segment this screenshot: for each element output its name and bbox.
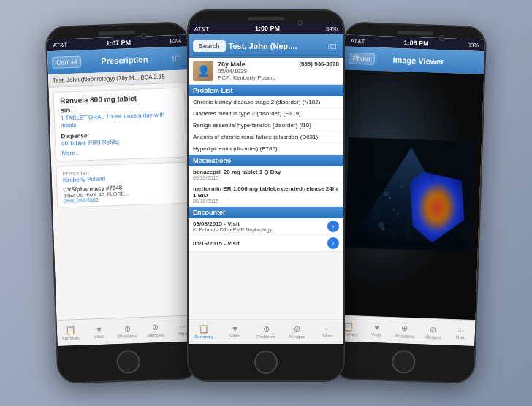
patient-bar-text-left: Test, John (Nephrology) (76y M... BSA 2.…: [53, 74, 165, 84]
camera-center: [297, 20, 303, 26]
more-icon-right: ···: [457, 326, 465, 334]
medications-header: Medications: [189, 155, 343, 166]
tab-bar-center: 📋Summary ♥Vitals ⊕Problems ⊘Allergies ··…: [189, 318, 343, 344]
status-bar-center: AT&T 1:00 PM 84%: [189, 23, 343, 34]
share-icon-center[interactable]: ↑□: [324, 41, 339, 51]
battery-left: 83%: [170, 37, 181, 45]
battery-center: 84%: [326, 26, 338, 32]
allergies-icon-center: ⊘: [294, 324, 300, 334]
patient-details: 76y Male (555) 536-3978 05/04/1939 PCP: …: [218, 61, 339, 81]
summary-icon-right: 📋: [343, 321, 354, 331]
problems-icon-left: ⊕: [123, 323, 130, 333]
time-center: 1:00 PM: [255, 25, 280, 32]
image-viewer[interactable]: [335, 69, 484, 319]
tab-vitals-right[interactable]: ♥Vitals: [362, 317, 392, 343]
more-icon-center: ···: [324, 324, 331, 333]
speaker-left: [99, 31, 135, 36]
phone-bottom-right: [333, 341, 475, 383]
phone-bottom-center: [189, 344, 343, 380]
tab-problems-center[interactable]: ⊕Problems: [251, 318, 281, 344]
carrier-right: AT&T: [351, 37, 365, 45]
phone-right: AT&T 1:06 PM 83% Photo Image Viewer: [332, 21, 487, 384]
vitals-icon-center: ♥: [232, 324, 238, 333]
vitals-icon-left: ♥: [96, 325, 102, 334]
ultrasound-image: [343, 88, 476, 301]
ultrasound-fan-svg: [343, 88, 476, 301]
search-button[interactable]: Search: [193, 40, 226, 52]
encounter-header: Encounter: [189, 207, 343, 218]
summary-icon-center: 📋: [199, 324, 209, 334]
time-right: 1:06 PM: [403, 39, 428, 47]
phone-center: AT&T 1:00 PM 84% Search Test, John (Nep.…: [187, 9, 345, 382]
patient-avatar: 👤: [193, 61, 213, 81]
home-button-right[interactable]: [392, 350, 416, 374]
drug-name: Renvela 800 mg tablet: [60, 93, 178, 105]
med-item-1: benazepril 20 mg tablet 1 Q Day 05/16/20…: [189, 166, 343, 183]
sig-text: 1 TABLET ORAL Three times a day with mea…: [61, 111, 180, 130]
encounter-item-1: 08/08/2015 - Visit K. Poland - OfficeEMR…: [189, 218, 343, 235]
nav-title-center: Test, John (Nep....: [229, 42, 321, 50]
screen-center: AT&T 1:00 PM 84% Search Test, John (Nep.…: [189, 23, 343, 344]
carrier-center: AT&T: [194, 26, 209, 32]
speaker-center: [248, 17, 284, 20]
time-left: 1:07 PM: [106, 39, 131, 47]
home-button-center[interactable]: [254, 351, 278, 374]
problem-item-1: Chronic kidney disease stage 2 (disorder…: [189, 96, 343, 108]
tab-problems-right[interactable]: ⊕Problems: [390, 318, 419, 344]
med-item-2: metformin ER 1,000 mg tablet,extended re…: [189, 183, 343, 207]
phone-bottom-left: [58, 341, 200, 383]
prescriber-card: Prescriber Kimberly Poland CVS/pharmacy …: [56, 161, 189, 207]
tab-more-right[interactable]: ···More: [446, 320, 476, 346]
speaker-right: [397, 31, 433, 36]
patient-pcp: PCP: Kimberly Poland: [218, 74, 339, 81]
nav-title-right: Image Viewer: [374, 55, 463, 66]
ultrasound-background: [335, 69, 484, 319]
tab-summary-center[interactable]: 📋Summary: [189, 318, 219, 344]
problem-item-4: Anemia of chronic renal failure (disorde…: [189, 131, 343, 143]
allergies-icon-right: ⊘: [430, 324, 436, 334]
allergies-icon-left: ⊘: [152, 323, 159, 332]
rx-card: Renvela 800 mg tablet SIG: 1 TABLET ORAL…: [53, 88, 187, 162]
carrier-left: AT&T: [53, 42, 67, 49]
home-button-left[interactable]: [116, 350, 140, 374]
tab-allergies-center[interactable]: ⊘Allergies: [281, 318, 312, 344]
encounter-arrow-1[interactable]: ›: [327, 221, 339, 232]
problems-icon-center: ⊕: [263, 324, 270, 334]
problem-item-3: Benign essential hypertension (disorder)…: [189, 120, 343, 131]
content-left: Renvela 800 mg tablet SIG: 1 TABLET ORAL…: [48, 83, 197, 320]
problem-item-5: Hyperlipidemia (disorder) (E785): [189, 143, 343, 155]
tab-vitals-center[interactable]: ♥Vitals: [219, 318, 250, 344]
share-icon-left[interactable]: ↑□: [168, 53, 184, 64]
tab-summary-left[interactable]: 📋Summary: [57, 320, 86, 346]
tab-more-center[interactable]: ···More: [313, 318, 343, 344]
patient-dob: 05/04/1939: [218, 68, 339, 74]
encounter-arrow-2[interactable]: ›: [327, 237, 339, 249]
screen-left: AT&T 1:07 PM 83% Cancel Prescription ↑□ …: [47, 34, 198, 345]
scene: AT&T 1:07 PM 83% Cancel Prescription ↑□ …: [0, 0, 532, 406]
tab-allergies-right[interactable]: ⊘Allergies: [418, 318, 447, 345]
nav-title-left: Prescription: [81, 54, 168, 66]
search-nav-center: Search Test, John (Nep.... ↑□: [189, 34, 343, 58]
more-icon-left: ···: [180, 322, 187, 331]
more-link[interactable]: More...: [61, 146, 180, 157]
tab-vitals-left[interactable]: ♥Vitals: [85, 318, 114, 345]
tab-allergies-left[interactable]: ⊘Allergies: [141, 317, 170, 343]
vitals-icon-right: ♥: [374, 323, 379, 332]
problems-icon-right: ⊕: [401, 323, 408, 333]
battery-right: 83%: [467, 42, 479, 49]
photo-button[interactable]: Photo: [349, 53, 375, 65]
summary-icon-left: 📋: [66, 325, 76, 334]
phone-left: AT&T 1:07 PM 83% Cancel Prescription ↑□ …: [45, 21, 201, 384]
content-center: Problem List Chronic kidney disease stag…: [189, 85, 343, 318]
screen-right: AT&T 1:06 PM 83% Photo Image Viewer: [334, 34, 485, 345]
problems-header: Problem List: [189, 85, 343, 96]
tab-problems-left[interactable]: ⊕Problems: [113, 318, 142, 344]
cancel-button[interactable]: Cancel: [52, 56, 82, 69]
encounter-item-2: 05/16/2015 - Visit ›: [189, 235, 343, 252]
patient-phone[interactable]: (555) 536-3978: [299, 61, 339, 68]
patient-gender-age: 76y Male: [218, 61, 246, 68]
pharmacy-section: CVS/pharmacy #7648 8453 US HWY. 42, FLOR…: [63, 183, 182, 204]
problem-item-2: Diabetes mellitus type 2 (disorder) (E11…: [189, 108, 343, 120]
patient-info-bar: 👤 76y Male (555) 536-3978 05/04/1939 PCP…: [189, 58, 343, 85]
